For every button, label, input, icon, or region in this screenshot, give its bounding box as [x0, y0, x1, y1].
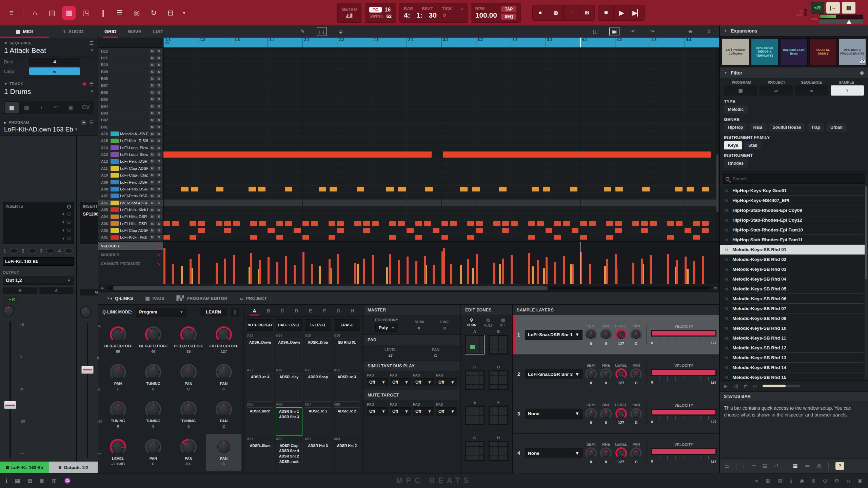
- row-mute-button[interactable]: M: [150, 228, 155, 233]
- midi-note[interactable]: [615, 221, 622, 226]
- sample-list-item[interactable]: ⑊⑊HipHop-Stab-Rhodes-Epi Coy09: [720, 205, 868, 215]
- zoom-horizontal-icon[interactable]: ⇹: [685, 27, 695, 36]
- semi-knob[interactable]: [585, 408, 597, 420]
- midi-note[interactable]: [528, 221, 535, 226]
- pan-knob[interactable]: [630, 447, 642, 459]
- midi-note[interactable]: [641, 221, 648, 226]
- fine-knob[interactable]: [600, 329, 612, 341]
- pad-A08[interactable]: ADSR..rc 2: [334, 407, 360, 436]
- midi-note[interactable]: [302, 235, 309, 240]
- disc-icon[interactable]: ◍: [817, 463, 822, 469]
- fine-knob[interactable]: [600, 368, 612, 380]
- midi-note[interactable]: [190, 221, 196, 226]
- play-start-button[interactable]: ▶▏: [629, 5, 645, 21]
- expansion-tile[interactable]: Trap Soul & LoFi Beats: [780, 38, 808, 65]
- pad-A16[interactable]: SB Rhd 01: [334, 339, 360, 367]
- filter-chip-urban[interactable]: Urban: [826, 123, 847, 131]
- qlink-knob-6[interactable]: [145, 364, 161, 380]
- layer-sample-select[interactable]: None▼: [525, 409, 583, 419]
- velocity-bar[interactable]: [329, 260, 331, 284]
- record-arm-icon[interactable]: ◉: [82, 81, 86, 87]
- overdub-button[interactable]: ⊕: [548, 5, 564, 21]
- midi-note[interactable]: [693, 235, 700, 240]
- row-solo-button[interactable]: S: [156, 235, 162, 240]
- midi-note[interactable]: [702, 228, 709, 232]
- velocity-bar[interactable]: [502, 265, 504, 284]
- track-row-header[interactable]: B07MS: [98, 82, 163, 89]
- headphones-icon[interactable]: ∩: [847, 478, 850, 484]
- velocity-bar[interactable]: [493, 263, 495, 284]
- pad-target-select[interactable]: Off▼: [413, 407, 434, 415]
- midi-edit-button[interactable]: ▦: [842, 2, 855, 14]
- export-arrow-icon[interactable]: ⌂: [28, 6, 42, 20]
- velocity-bar[interactable]: [224, 265, 226, 284]
- track-row-lane[interactable]: [163, 193, 719, 199]
- track-row-header[interactable]: B06MS: [98, 89, 163, 96]
- midi-note[interactable]: [329, 221, 335, 226]
- midi-note[interactable]: [667, 235, 674, 240]
- ruler-mark[interactable]: 4.4: [685, 38, 691, 47]
- power-icon[interactable]: ⏻: [823, 478, 827, 484]
- velocity-bar[interactable]: [302, 252, 304, 284]
- solo-button[interactable]: S: [39, 287, 74, 294]
- midi-note[interactable]: [667, 221, 674, 226]
- inspector-tab-audio[interactable]: ⑊AUDIO: [49, 25, 98, 38]
- browser-controls-icon[interactable]: ☰: [725, 463, 729, 469]
- settings-icon[interactable]: ⚙: [835, 478, 839, 484]
- track-stack-icon[interactable]: ▤: [45, 6, 59, 20]
- midi-note[interactable]: [641, 228, 648, 232]
- velocity-bar[interactable]: [389, 254, 391, 284]
- insert-dropdown-icon[interactable]: ▾: [62, 211, 65, 217]
- row-solo-button[interactable]: S: [156, 159, 162, 164]
- midi-note[interactable]: [685, 228, 691, 232]
- tab-grid[interactable]: GRID: [103, 25, 118, 38]
- ruler-mark[interactable]: 2.1: [302, 38, 309, 47]
- midi-note[interactable]: [285, 187, 293, 191]
- insert-dropdown-icon[interactable]: ▾: [62, 220, 65, 225]
- midi-note[interactable]: [589, 221, 596, 226]
- sample-list-item[interactable]: ⑊⑊HipHop-Stab-Rhodes-Epi Fam10: [720, 225, 868, 235]
- row-solo-button[interactable]: S: [156, 83, 162, 88]
- velocity-bar[interactable]: [641, 265, 643, 284]
- row-solo-button[interactable]: S: [156, 76, 162, 81]
- midi-note[interactable]: [163, 235, 170, 240]
- track-row-header[interactable]: B05MS: [98, 96, 163, 103]
- track-row-lane[interactable]: [163, 214, 719, 220]
- midi-note[interactable]: [172, 221, 179, 226]
- filter-category-program[interactable]: ▦: [724, 85, 757, 96]
- midi-note[interactable]: [563, 221, 570, 226]
- pad-target-select[interactable]: Off▼: [367, 407, 388, 415]
- velocity-bar[interactable]: [511, 255, 513, 284]
- track-row-header[interactable]: B03MS: [98, 110, 163, 116]
- track-row-header[interactable]: A07LoFi-Perc-.DSR Perc 1MS: [98, 193, 163, 199]
- track-erase-icon[interactable]: ⊟: [164, 6, 177, 20]
- midi-note[interactable]: [546, 228, 552, 232]
- midi-note[interactable]: [250, 235, 257, 240]
- row-mute-button[interactable]: M: [150, 125, 155, 129]
- pad-bank-E[interactable]: E: [303, 305, 317, 316]
- velocity-bar[interactable]: [354, 263, 356, 284]
- follow-playhead-button[interactable]: |→: [826, 2, 840, 14]
- polyphony-select[interactable]: Poly▼: [375, 323, 398, 332]
- row-solo-button[interactable]: S: [156, 180, 162, 185]
- track-row-lane[interactable]: [163, 110, 719, 116]
- midi-note[interactable]: [502, 221, 509, 226]
- midi-note[interactable]: [675, 187, 683, 191]
- tick-value[interactable]: 30: [429, 11, 437, 19]
- program-strip-name[interactable]: LoFi-Kit. 163 Eb: [3, 257, 74, 266]
- pad-target-select[interactable]: Off▼: [436, 378, 457, 386]
- metronome-icon[interactable]: ◭▮: [346, 12, 353, 18]
- half-level-button[interactable]: HALF LEVEL: [276, 319, 302, 331]
- track-row-header[interactable]: A06LoFi-Snar.ADSR Snr 1MS: [98, 200, 163, 206]
- midi-note[interactable]: [330, 187, 337, 191]
- qlink-knob-9[interactable]: [110, 401, 126, 418]
- network-icon[interactable]: ⊕: [811, 478, 816, 484]
- row-mute-button[interactable]: M: [150, 69, 155, 74]
- collapse-icon[interactable]: ▼: [724, 29, 727, 33]
- midi-note[interactable]: [216, 221, 222, 226]
- ruler-mark[interactable]: 2.2: [337, 38, 344, 47]
- track-row-header[interactable]: A11LoFi-Clap-ADSR SnapMS: [98, 165, 163, 171]
- qlink-knob-1[interactable]: [110, 326, 126, 343]
- timeline-ruler[interactable]: 1.14/41.21.31.42.12.22.32.43.13.23.33.44…: [98, 38, 719, 48]
- program-menu-icon[interactable]: ☰: [89, 120, 94, 125]
